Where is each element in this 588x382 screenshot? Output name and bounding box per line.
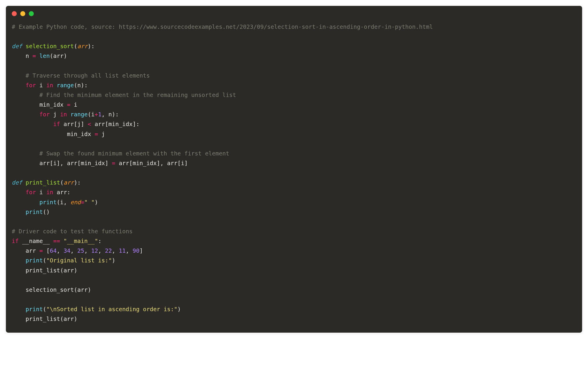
paren-close: ): <box>74 179 81 186</box>
builtin-range: range <box>67 111 88 118</box>
space <box>22 43 26 50</box>
num-25: 25 <box>77 247 84 254</box>
print-open: ( <box>43 257 46 264</box>
keyword-if: if <box>12 121 60 128</box>
print-close: ) <box>112 257 115 264</box>
maximize-icon[interactable] <box>29 11 34 16</box>
comma: , <box>126 247 132 254</box>
param-end: end <box>71 199 81 206</box>
op-plus: + <box>95 111 98 118</box>
range-close: , n): <box>101 111 119 118</box>
op-eq: = <box>81 199 84 206</box>
printlist-call: print_list(arr) <box>12 267 77 274</box>
builtin-range: range <box>53 82 74 89</box>
builtin-print: print <box>12 209 43 215</box>
builtin-len: len <box>36 53 50 59</box>
selsort-call: selection_sort(arr) <box>12 286 91 293</box>
string-space: " " <box>84 199 95 206</box>
keyword-for: for <box>12 82 36 89</box>
comma: , <box>98 247 105 254</box>
keyword-for: for <box>12 189 36 196</box>
printlist-call: print_list(arr) <box>12 316 77 322</box>
var-j: j <box>50 111 60 118</box>
print-close: ) <box>178 306 181 313</box>
keyword-in: in <box>46 82 53 89</box>
close-icon[interactable] <box>12 11 17 16</box>
bracket-close: ] <box>139 247 143 254</box>
bracket-open: [ <box>43 247 50 254</box>
val-j: j <box>98 131 105 138</box>
num-1: 1 <box>98 111 102 118</box>
print-open: ( <box>43 306 46 313</box>
keyword-for: for <box>12 111 50 118</box>
op-eq: = <box>112 160 115 167</box>
var-minidx: min_idx <box>12 131 95 138</box>
builtin-print: print <box>12 257 43 264</box>
cond-right: arr[min_idx]: <box>91 121 139 128</box>
val-i: i <box>71 101 77 108</box>
keyword-in: in <box>60 111 67 118</box>
op-eq: = <box>95 131 98 138</box>
comment-source: # Example Python code, source: https://w… <box>12 24 433 30</box>
comma: , <box>57 247 64 254</box>
arr-colon: arr: <box>53 189 71 196</box>
var-n: n <box>12 53 32 59</box>
op-eqeq: == <box>53 238 60 244</box>
comment-swap: # Swap the found minimum element with th… <box>12 150 229 157</box>
colon: : <box>98 238 102 244</box>
comma: , <box>71 247 77 254</box>
keyword-def: def <box>12 43 22 50</box>
range-arg: (n): <box>74 82 88 89</box>
string-main: "__main__" <box>60 238 98 244</box>
num-11: 11 <box>119 247 126 254</box>
num-64: 64 <box>50 247 56 254</box>
print-open: (i, <box>57 199 71 206</box>
minimize-icon[interactable] <box>20 11 25 16</box>
paren-close: ): <box>88 43 94 50</box>
keyword-if: if <box>12 238 19 244</box>
print-close: ) <box>95 199 98 206</box>
comma: , <box>84 247 91 254</box>
title-bar <box>6 6 582 19</box>
keyword-def: def <box>12 179 22 186</box>
var-arr: arr <box>12 247 39 254</box>
comma: , <box>112 247 119 254</box>
num-90: 90 <box>133 247 139 254</box>
name-var: __name__ <box>19 238 53 244</box>
param-arr: arr <box>64 179 74 186</box>
op-eq: = <box>32 53 36 59</box>
print-call: () <box>43 209 50 215</box>
comment-findmin: # Find the minimum element in the remain… <box>12 92 236 98</box>
range-open: (i <box>88 111 94 118</box>
num-22: 22 <box>105 247 112 254</box>
num-12: 12 <box>91 247 98 254</box>
param-arr: arr <box>77 43 88 50</box>
op-eq: = <box>39 247 43 254</box>
space <box>22 179 26 186</box>
keyword-in: in <box>46 189 53 196</box>
func-selection-sort: selection_sort <box>26 43 74 50</box>
op-eq: = <box>67 101 71 108</box>
op-lt: < <box>88 121 91 128</box>
builtin-print: print <box>12 199 57 206</box>
code-area: # Example Python code, source: https://w… <box>6 19 582 333</box>
swap-left: arr[i], arr[min_idx] <box>12 160 112 167</box>
terminal-window: # Example Python code, source: https://w… <box>6 6 582 333</box>
var-i: i <box>36 189 46 196</box>
var-i: i <box>36 82 46 89</box>
paren-open: ( <box>74 43 77 50</box>
string-sorted: "\nSorted list in ascending order is:" <box>46 306 177 313</box>
comment-traverse: # Traverse through all list elements <box>12 72 150 79</box>
len-arg: (arr) <box>50 53 67 59</box>
func-print-list: print_list <box>26 179 60 186</box>
num-34: 34 <box>64 247 70 254</box>
string-original: "Original list is:" <box>46 257 112 264</box>
cond-left: arr[j] <box>60 121 88 128</box>
builtin-print: print <box>12 306 43 313</box>
paren-open: ( <box>60 179 64 186</box>
var-minidx: min_idx <box>12 101 67 108</box>
comment-driver: # Driver code to test the functions <box>12 228 133 235</box>
swap-right: arr[min_idx], arr[i] <box>115 160 188 167</box>
